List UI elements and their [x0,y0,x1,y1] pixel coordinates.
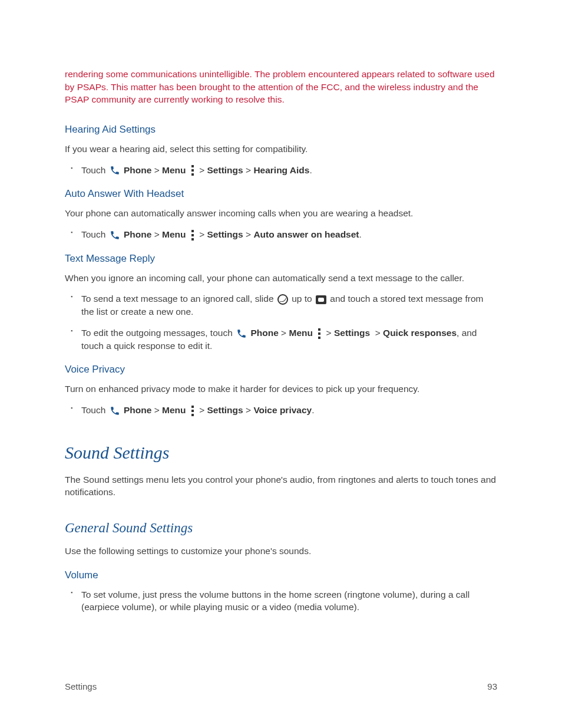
text-pre: To edit the outgoing messages, touch [81,328,233,338]
target-label: Voice privacy [253,405,312,415]
voice-privacy-step: Touch Phone > Menu > Settings > Voice pr… [81,404,497,417]
svg-rect-11 [191,414,194,416]
svg-rect-10 [191,410,194,412]
separator: > [154,165,160,175]
settings-label: Settings [207,165,243,175]
voice-privacy-heading: Voice Privacy [65,363,497,377]
quick-label: Quick responses [383,328,457,338]
page-number: 93 [487,680,497,693]
separator: > [154,405,160,415]
text-reply-heading: Text Message Reply [65,252,497,266]
separator: > [199,165,204,175]
svg-rect-5 [191,238,194,241]
menu-icon [190,405,196,417]
svg-rect-1 [191,169,194,172]
svg-rect-0 [191,165,194,167]
phone-label: Phone [124,229,151,239]
menu-label: Menu [162,229,186,239]
footer-label: Settings [65,680,97,693]
touch-label: Touch [81,405,105,415]
phone-icon [110,406,120,416]
svg-rect-7 [318,332,320,335]
phone-icon [110,165,120,176]
general-sound-intro: Use the following settings to customize … [65,545,497,558]
svg-rect-4 [191,234,194,236]
separator: > [246,165,251,175]
separator: > [246,405,251,415]
sound-settings-heading: Sound Settings [65,440,497,465]
phone-label: Phone [250,328,278,338]
settings-label: Settings [207,229,243,239]
menu-icon [190,164,196,176]
separator: > [326,328,332,338]
svg-rect-9 [191,406,194,408]
message-icon [316,295,326,304]
text-pre: To send a text message to an ignored cal… [81,294,274,304]
separator: > [375,328,381,338]
sound-settings-intro: The Sound settings menu lets you control… [65,473,497,499]
hearing-aid-intro: If you wear a hearing aid, select this s… [65,143,497,156]
menu-label: Menu [289,328,312,338]
phone-label: Phone [124,165,151,175]
phone-icon [110,230,120,241]
target-label: Hearing Aids [253,165,309,175]
auto-answer-heading: Auto Answer With Headset [65,187,497,201]
auto-answer-step: Touch Phone > Menu > Settings > Auto ans… [81,228,497,241]
volume-heading: Volume [65,568,497,582]
touch-label: Touch [81,229,105,239]
settings-label: Settings [334,328,370,338]
menu-label: Menu [162,405,186,415]
text-reply-step-2: To edit the outgoing messages, touch Pho… [81,327,497,353]
settings-label: Settings [207,405,243,415]
circle-phone-icon [277,294,288,305]
menu-icon [316,328,322,340]
svg-rect-3 [191,230,194,232]
svg-rect-2 [191,173,194,176]
text-reply-step-1: To send a text message to an ignored cal… [81,292,497,318]
menu-label: Menu [162,165,186,175]
hearing-aid-heading: Hearing Aid Settings [65,123,497,137]
voice-privacy-intro: Turn on enhanced privacy mode to make it… [65,383,497,396]
separator: > [199,405,204,415]
text-mid: up to [292,294,312,304]
separator: > [154,229,160,239]
svg-rect-8 [318,337,320,339]
separator: > [199,229,204,239]
svg-rect-6 [318,328,320,331]
volume-step: To set volume, just press the volume but… [81,588,497,614]
touch-label: Touch [81,165,105,175]
page-footer: Settings 93 [65,680,497,693]
phone-label: Phone [124,405,151,415]
phone-icon [236,328,247,339]
target-label: Auto answer on headset [253,229,359,239]
separator: > [281,328,286,338]
general-sound-heading: General Sound Settings [65,519,497,538]
text-reply-intro: When you ignore an incoming call, your p… [65,272,497,285]
menu-icon [190,229,196,241]
warning-paragraph: rendering some communications unintellig… [65,68,497,106]
hearing-aid-step: Touch Phone > Menu > Settings > Hearing … [81,164,497,177]
separator: > [246,229,251,239]
auto-answer-intro: Your phone can automatically answer inco… [65,207,497,220]
